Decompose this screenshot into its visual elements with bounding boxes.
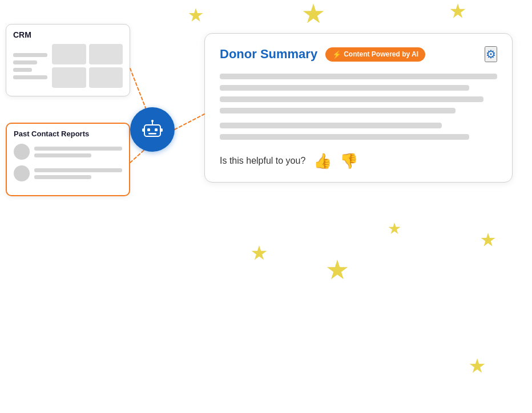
donor-summary-title: Donor Summary: [220, 47, 317, 62]
ai-badge-text: Content Powered by AI: [344, 50, 418, 58]
star-decoration: [469, 358, 485, 374]
helpful-row: Is this helpful to you? 👍 👎: [220, 153, 497, 168]
star-decoration: [481, 233, 495, 248]
crm-line: [13, 68, 32, 72]
content-line: [220, 96, 483, 102]
crm-line: [13, 75, 47, 79]
past-lines: [34, 168, 122, 179]
svg-line-2: [175, 114, 204, 129]
star-decoration: [388, 222, 401, 235]
ai-robot-icon: [130, 107, 175, 152]
past-line: [34, 153, 91, 157]
past-line: [34, 147, 122, 151]
thumbs-down-button[interactable]: 👎: [340, 153, 358, 168]
donor-summary-card: Donor Summary ⚡ Content Powered by AI ⚙ …: [204, 33, 513, 183]
crm-grid-cell: [89, 67, 123, 88]
crm-card-inner: [13, 44, 123, 88]
crm-line: [13, 53, 47, 57]
crm-grid-cell: [89, 44, 123, 64]
past-contact-card: Past Contact Reports: [6, 123, 130, 196]
content-line: [220, 108, 456, 114]
past-line: [34, 168, 122, 172]
settings-button[interactable]: ⚙: [485, 46, 497, 62]
scene: CRM Past Contact Reports: [0, 0, 532, 413]
past-lines: [34, 147, 122, 157]
crm-grid: [52, 44, 123, 88]
star-decoration: [188, 8, 203, 23]
content-line: [220, 134, 469, 140]
crm-card: CRM: [6, 24, 130, 96]
star-decoration: [303, 3, 324, 25]
svg-rect-6: [148, 133, 156, 135]
content-line: [220, 74, 497, 79]
star-decoration: [251, 245, 267, 261]
thumbs-up-button[interactable]: 👍: [313, 153, 332, 168]
crm-card-title: CRM: [13, 30, 123, 39]
donor-card-header: Donor Summary ⚡ Content Powered by AI ⚙: [220, 46, 497, 62]
past-contact-item: [14, 165, 122, 181]
crm-line: [13, 60, 37, 64]
crm-text-lines: [13, 44, 47, 88]
past-avatar: [14, 144, 30, 160]
star-decoration: [450, 3, 466, 19]
crm-grid-cell: [52, 67, 86, 88]
past-avatar: [14, 165, 30, 181]
svg-rect-4: [147, 128, 150, 131]
svg-rect-10: [160, 128, 163, 132]
svg-rect-3: [144, 125, 160, 136]
content-line: [220, 123, 442, 128]
svg-point-8: [151, 120, 154, 122]
star-decoration: [327, 260, 348, 281]
past-contact-item: [14, 144, 122, 160]
svg-rect-5: [155, 128, 158, 131]
lightning-icon: ⚡: [332, 50, 341, 59]
robot-svg: [140, 117, 165, 142]
content-lines: [220, 74, 497, 140]
crm-grid-cell: [52, 44, 86, 64]
past-line: [34, 175, 91, 179]
past-contact-title: Past Contact Reports: [14, 129, 122, 138]
ai-badge: ⚡ Content Powered by AI: [325, 47, 425, 62]
svg-rect-9: [142, 128, 144, 132]
helpful-question: Is this helpful to you?: [220, 156, 305, 166]
content-line: [220, 85, 469, 91]
